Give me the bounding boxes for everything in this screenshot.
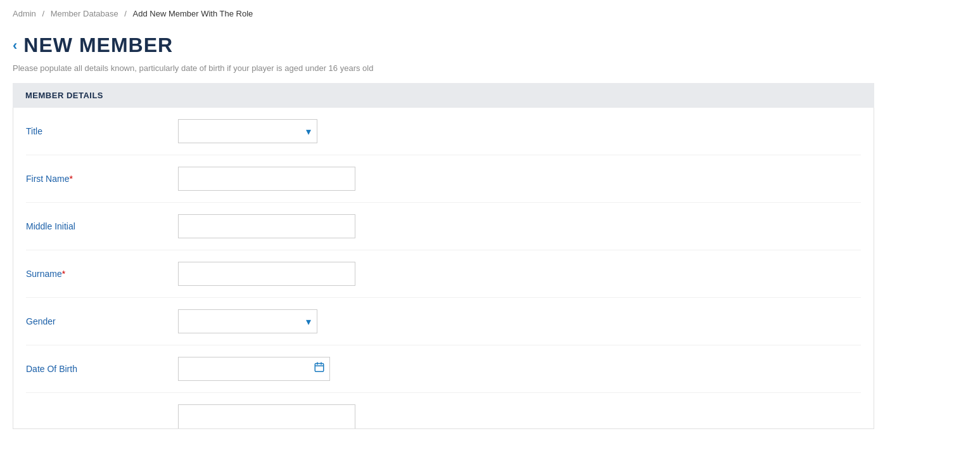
gender-select-wrapper: Male Female Other ▾ [178, 309, 317, 333]
dob-input[interactable] [178, 357, 330, 381]
back-icon[interactable]: ‹ [13, 37, 17, 54]
page-header: ‹ NEW MEMBER [0, 27, 887, 60]
dob-input-wrapper [178, 357, 330, 381]
breadcrumb-separator-1: / [42, 9, 44, 18]
form-row-extra [26, 393, 861, 428]
breadcrumb-admin[interactable]: Admin [13, 9, 36, 18]
first-name-required: * [69, 174, 72, 184]
form-row-middle-initial: Middle Initial [26, 203, 861, 250]
form-row-title: Title Mr Mrs Ms Dr Prof ▾ [26, 108, 861, 155]
label-middle-initial: Middle Initial [26, 221, 178, 231]
first-name-input[interactable] [178, 167, 355, 191]
form-row-dob: Date Of Birth [26, 345, 861, 393]
title-select[interactable]: Mr Mrs Ms Dr Prof [178, 119, 317, 143]
form-row-first-name: First Name* [26, 155, 861, 203]
breadcrumb-separator-2: / [124, 9, 127, 18]
title-select-wrapper: Mr Mrs Ms Dr Prof ▾ [178, 119, 317, 143]
page-title: NEW MEMBER [23, 34, 173, 57]
surname-required: * [62, 269, 65, 279]
gender-select[interactable]: Male Female Other [178, 309, 317, 333]
surname-input[interactable] [178, 262, 355, 286]
form-row-gender: Gender Male Female Other ▾ [26, 298, 861, 345]
label-gender: Gender [26, 316, 178, 326]
extra-input[interactable] [178, 404, 355, 428]
breadcrumb: Admin / Member Database / Add New Member… [0, 0, 887, 27]
middle-initial-input[interactable] [178, 214, 355, 238]
breadcrumb-member-database[interactable]: Member Database [51, 9, 118, 18]
breadcrumb-current: Add New Member With The Role [133, 9, 253, 18]
form-container: Title Mr Mrs Ms Dr Prof ▾ First Name* [13, 108, 874, 429]
page-subtitle: Please populate all details known, parti… [0, 60, 887, 83]
form-row-surname: Surname* [26, 250, 861, 298]
label-dob: Date Of Birth [26, 364, 178, 374]
label-surname: Surname* [26, 269, 178, 279]
section-header: MEMBER DETAILS [13, 83, 874, 108]
label-title: Title [26, 126, 178, 136]
label-first-name: First Name* [26, 174, 178, 184]
